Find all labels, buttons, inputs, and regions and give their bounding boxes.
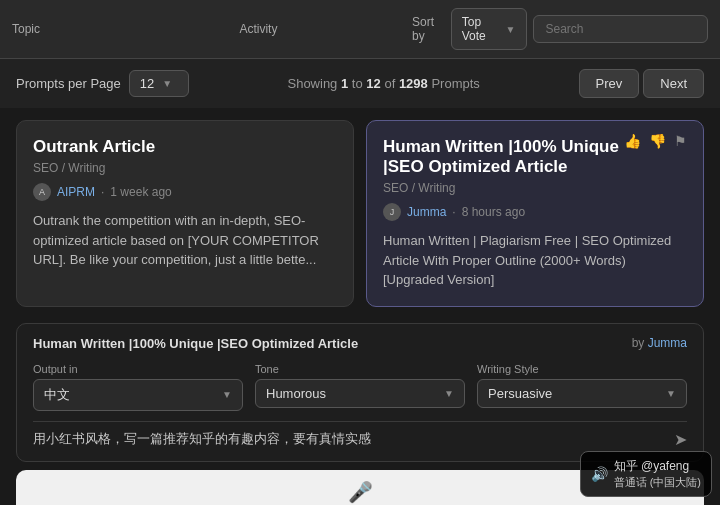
chevron-down-icon: ▼ — [444, 388, 454, 399]
activity-label: Activity — [239, 22, 277, 36]
showing-prefix: Showing — [287, 76, 337, 91]
card-header: Human Written |100% Unique |SEO Optimize… — [383, 137, 687, 181]
output-value: 中文 — [44, 386, 70, 404]
chevron-down-icon: ▼ — [222, 389, 232, 400]
showing-from: 1 — [341, 76, 348, 91]
by-label: by — [632, 336, 645, 350]
sort-select[interactable]: Top Vote ▼ — [451, 8, 527, 50]
writing-style-control: Writing Style Persuasive ▼ — [477, 363, 687, 411]
card-title: Outrank Article — [33, 137, 155, 157]
separator: · — [101, 185, 104, 199]
card-title: Human Written |100% Unique |SEO Optimize… — [383, 137, 624, 177]
total-label: Prompts — [431, 76, 479, 91]
output-select[interactable]: 中文 ▼ — [33, 379, 243, 411]
showing-text: Showing 1 to 12 of 1298 Prompts — [287, 76, 479, 91]
tone-label: Tone — [255, 363, 465, 375]
thumbs-up-icon[interactable]: 👍 — [624, 133, 641, 149]
activity-column-header: Activity — [239, 22, 404, 36]
card-seo-article[interactable]: Human Written |100% Unique |SEO Optimize… — [366, 120, 704, 307]
output-label: Output in — [33, 363, 243, 375]
topic-label: Topic — [12, 22, 40, 36]
tone-select[interactable]: Humorous ▼ — [255, 379, 465, 408]
language-text: 普通话 (中国大陆) — [614, 475, 701, 490]
writing-style-value: Persuasive — [488, 386, 552, 401]
total-count: 1298 — [399, 76, 428, 91]
prompt-author-link[interactable]: Jumma — [648, 336, 687, 350]
writing-style-label: Writing Style — [477, 363, 687, 375]
prompt-input-row: ➤ — [33, 421, 687, 449]
prompt-header: Human Written |100% Unique |SEO Optimize… — [33, 336, 687, 351]
prompt-by: by Jumma — [632, 336, 687, 350]
sort-option-value: Top Vote — [462, 15, 500, 43]
prompt-section: Human Written |100% Unique |SEO Optimize… — [16, 323, 704, 462]
prompt-controls: Output in 中文 ▼ Tone Humorous ▼ Writing S… — [33, 363, 687, 411]
card-category: SEO / Writing — [383, 181, 687, 195]
bottom-badge: 🔊 知乎 @yafeng 普通话 (中国大陆) — [580, 451, 712, 497]
card-time: 1 week ago — [110, 185, 171, 199]
writing-style-select[interactable]: Persuasive ▼ — [477, 379, 687, 408]
prev-button[interactable]: Prev — [579, 69, 640, 98]
per-page-area: Prompts per Page 12 ▼ — [16, 70, 189, 97]
card-header: Outrank Article — [33, 137, 337, 161]
card-category: SEO / Writing — [33, 161, 337, 175]
prompt-title: Human Written |100% Unique |SEO Optimize… — [33, 336, 358, 351]
per-page-select[interactable]: 12 ▼ — [129, 70, 189, 97]
next-button[interactable]: Next — [643, 69, 704, 98]
card-description: Outrank the competition with an in-depth… — [33, 211, 337, 270]
avatar: A — [33, 183, 51, 201]
nav-buttons: Prev Next — [579, 69, 704, 98]
per-page-value: 12 — [140, 76, 154, 91]
card-outrank[interactable]: Outrank Article SEO / Writing A AIPRM · … — [16, 120, 354, 307]
sound-icon: 🔊 — [591, 466, 608, 482]
badge-info: 知乎 @yafeng 普通话 (中国大陆) — [614, 458, 701, 490]
platform-name: 知乎 @yafeng — [614, 458, 701, 475]
chevron-down-icon: ▼ — [666, 388, 676, 399]
mic-icon: 🎤 — [348, 480, 373, 504]
send-icon[interactable]: ➤ — [674, 430, 687, 449]
search-input[interactable] — [546, 22, 695, 36]
separator: · — [452, 205, 455, 219]
avatar: J — [383, 203, 401, 221]
card-meta: J Jumma · 8 hours ago — [383, 203, 687, 221]
card-actions: 👍 👎 ⚑ — [624, 133, 687, 149]
flag-icon[interactable]: ⚑ — [674, 133, 687, 149]
card-author: Jumma — [407, 205, 446, 219]
thumbs-down-icon[interactable]: 👎 — [649, 133, 666, 149]
chevron-down-icon: ▼ — [162, 78, 172, 89]
per-page-label: Prompts per Page — [16, 76, 121, 91]
cards-grid: Outrank Article SEO / Writing A AIPRM · … — [0, 108, 720, 319]
top-bar: Topic Activity Sort by Top Vote ▼ — [0, 0, 720, 59]
tone-control: Tone Humorous ▼ — [255, 363, 465, 411]
chevron-down-icon: ▼ — [506, 24, 516, 35]
card-time: 8 hours ago — [462, 205, 525, 219]
sortby-label: Sort by — [412, 15, 445, 43]
pagination-bar: Prompts per Page 12 ▼ Showing 1 to 12 of… — [0, 59, 720, 108]
tone-value: Humorous — [266, 386, 326, 401]
card-author: AIPRM — [57, 185, 95, 199]
prompt-input[interactable] — [33, 432, 666, 447]
sortby-area: Sort by Top Vote ▼ — [412, 8, 708, 50]
search-box[interactable] — [533, 15, 708, 43]
showing-of: of — [384, 76, 395, 91]
card-meta: A AIPRM · 1 week ago — [33, 183, 337, 201]
topic-column-header: Topic — [12, 22, 231, 36]
output-control: Output in 中文 ▼ — [33, 363, 243, 411]
card-description: Human Written | Plagiarism Free | SEO Op… — [383, 231, 687, 290]
showing-to: 12 — [366, 76, 380, 91]
